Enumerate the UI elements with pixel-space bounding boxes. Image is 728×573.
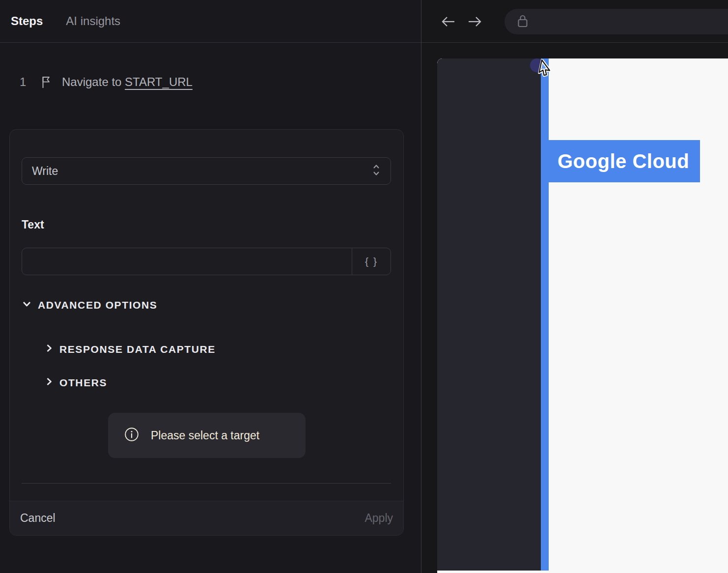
chevron-right-icon [45,376,54,389]
advanced-options-label: ADVANCED OPTIONS [38,299,157,311]
info-icon [124,427,139,444]
text-field-label: Text [22,218,44,231]
response-data-capture-label: RESPONSE DATA CAPTURE [59,344,216,355]
google-cloud-element[interactable]: Google Cloud [549,140,700,182]
flag-icon [41,76,51,88]
page-viewport[interactable]: Google Cloud [437,58,728,573]
step-title: Navigate to START_URL [62,75,193,89]
app-root: Steps AI insights 1 Navigate to START_UR… [0,0,728,573]
tab-steps[interactable]: Steps [11,14,43,28]
expression-braces-button[interactable]: { } [352,248,391,275]
apply-button[interactable]: Apply [364,512,393,525]
step-editor-card: Write Text { } ADVANCED OPTIONS [9,129,404,536]
select-target-notice-text: Please select a target [151,429,259,442]
page-dark-sidebar [437,58,541,571]
tab-ai-insights[interactable]: AI insights [66,14,120,28]
response-data-capture-toggle[interactable]: RESPONSE DATA CAPTURE [45,343,216,355]
forward-arrow-icon[interactable] [467,0,483,43]
browser-preview-panel: Google Cloud [421,0,728,573]
text-input[interactable] [22,248,352,275]
lock-icon [516,13,529,30]
others-label: OTHERS [59,377,107,389]
cancel-button[interactable]: Cancel [20,512,56,525]
chevron-down-icon [22,299,32,311]
chevron-updown-icon [372,164,381,178]
footer-divider [22,483,391,484]
back-arrow-icon[interactable] [440,0,456,43]
chevron-right-icon [45,343,54,355]
highlight-bar [541,58,549,571]
step-number: 1 [20,75,28,89]
editor-footer: Cancel Apply [10,501,403,535]
others-toggle[interactable]: OTHERS [45,376,107,389]
start-url-link[interactable]: START_URL [125,75,193,88]
step-row[interactable]: 1 Navigate to START_URL [0,69,421,95]
steps-panel-header: Steps AI insights [0,0,421,43]
advanced-options-toggle[interactable]: ADVANCED OPTIONS [22,299,157,311]
text-field-group: { } [22,248,391,275]
action-select[interactable]: Write [22,157,391,185]
action-select-value: Write [32,165,372,178]
browser-toolbar [421,0,728,43]
select-target-notice: Please select a target [108,413,306,458]
google-cloud-label: Google Cloud [558,150,689,172]
url-bar[interactable] [504,9,728,34]
